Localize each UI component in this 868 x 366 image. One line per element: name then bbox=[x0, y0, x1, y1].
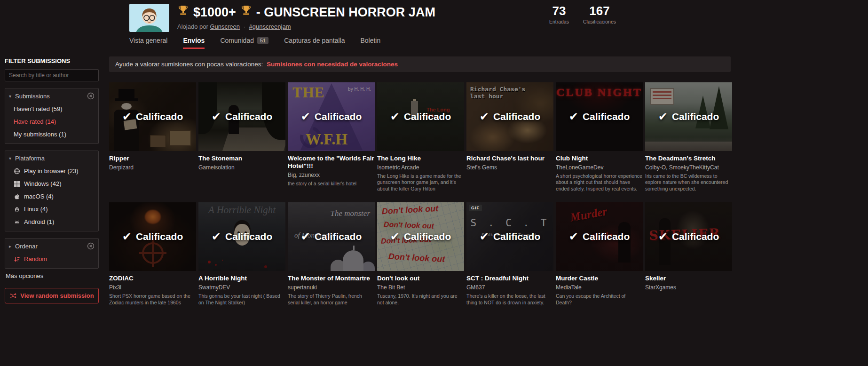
tab-label: Envíos bbox=[183, 37, 205, 44]
search-input[interactable] bbox=[5, 69, 99, 81]
filter-item-my-submissions[interactable]: My submissions (1) bbox=[5, 128, 98, 141]
game-author[interactable]: Derpizard bbox=[109, 164, 196, 171]
game-thumbnail[interactable]: ✔ Calificado bbox=[198, 82, 285, 151]
game-thumbnail[interactable]: ✔ Calificado bbox=[645, 82, 732, 151]
filter-item-macos[interactable]: macOS (4) bbox=[5, 190, 98, 203]
windows-icon bbox=[14, 181, 20, 187]
host-link[interactable]: Gunscreen bbox=[210, 23, 240, 30]
filter-item-android[interactable]: Android (1) bbox=[5, 215, 98, 228]
rated-overlay: ✔ Calificado bbox=[645, 82, 732, 151]
game-title[interactable]: Skelier bbox=[645, 275, 732, 282]
android-icon bbox=[14, 219, 20, 225]
game-description: There's a killer on the loose, the last … bbox=[466, 293, 553, 306]
check-icon: ✔ bbox=[569, 110, 578, 123]
notice-text: Ayude a valorar sumisiones con pocas val… bbox=[115, 61, 263, 68]
game-author[interactable]: SwatmyDEV bbox=[198, 284, 285, 291]
jam-title: $1000+ - GUNSCREEN HORROR JAM bbox=[177, 5, 435, 20]
close-icon[interactable] bbox=[87, 242, 95, 250]
game-title[interactable]: Don't look out bbox=[377, 275, 464, 282]
game-author[interactable]: Big, zzunexx bbox=[288, 172, 375, 178]
close-icon[interactable] bbox=[87, 92, 95, 100]
filter-item-havent-rated[interactable]: Haven't rated (59) bbox=[5, 103, 98, 115]
game-title[interactable]: ZODIAC bbox=[109, 275, 196, 282]
stat-entries: 73 Entradas bbox=[549, 5, 569, 24]
tab-vista-general[interactable]: Vista general bbox=[129, 37, 167, 49]
game-thumbnail[interactable]: ✔ Calificado bbox=[109, 202, 196, 271]
caret-down-icon: ▾ bbox=[9, 94, 11, 99]
game-title[interactable]: Ripper bbox=[109, 155, 196, 162]
game-thumbnail[interactable]: The Long Hike ✔ Calificado bbox=[377, 82, 464, 151]
tab-envios[interactable]: Envíos bbox=[183, 37, 205, 49]
game-title[interactable]: The Stoneman bbox=[198, 155, 285, 162]
check-icon: ✔ bbox=[658, 230, 668, 243]
game-thumbnail[interactable]: Don't look outDon't look outDon't look o… bbox=[377, 202, 464, 271]
sort-item-random[interactable]: Random bbox=[5, 253, 98, 265]
check-icon: ✔ bbox=[390, 110, 400, 123]
game-title[interactable]: SCT : Dreadful Night bbox=[466, 275, 553, 282]
jam-host-avatar[interactable] bbox=[129, 4, 169, 32]
game-title[interactable]: The Monster of Montmartre bbox=[288, 275, 375, 282]
filter-section-sort: ▸ Ordenar Random bbox=[5, 238, 99, 269]
game-thumbnail[interactable]: ✔ Calificado bbox=[109, 82, 196, 151]
game-author[interactable]: StarXgames bbox=[645, 284, 732, 291]
game-author[interactable]: GM637 bbox=[466, 284, 553, 291]
game-title[interactable]: A Horrible Night bbox=[198, 275, 285, 282]
game-author[interactable]: TheLoneGameDev bbox=[556, 164, 643, 171]
check-icon: ✔ bbox=[390, 230, 400, 243]
rated-label: Calificado bbox=[225, 111, 272, 122]
game-title[interactable]: Richard Chase's last hour bbox=[466, 155, 553, 162]
hashtag-link[interactable]: #gunscreenjam bbox=[249, 23, 291, 30]
game-thumbnail[interactable]: S . C . TStalk. Capture. Torment. GIF ✔ … bbox=[466, 202, 553, 271]
tab-capturas[interactable]: Capturas de pantalla bbox=[284, 37, 345, 49]
submissions-needing-ratings-link[interactable]: Sumisiones con necesidad de valoraciones bbox=[267, 61, 398, 68]
check-icon: ✔ bbox=[212, 110, 221, 123]
filter-item-windows[interactable]: Windows (42) bbox=[5, 177, 98, 190]
section-header-sort[interactable]: ▸ Ordenar bbox=[5, 239, 98, 253]
rated-overlay: ✔ Calificado bbox=[109, 202, 196, 271]
game-author[interactable]: supertanuki bbox=[288, 284, 375, 291]
game-thumbnail[interactable]: A Horrible Night ✔ Calificado bbox=[198, 202, 285, 271]
game-title[interactable]: Murder Castle bbox=[556, 275, 643, 282]
tab-boletin[interactable]: Boletin bbox=[360, 37, 380, 49]
game-author[interactable]: Gameisolation bbox=[198, 164, 285, 171]
game-author[interactable]: Isometric Arcade bbox=[377, 164, 464, 171]
submission-card: S . C . TStalk. Capture. Torment. GIF ✔ … bbox=[466, 202, 553, 306]
game-description: The story of Thierry Paulin, french seri… bbox=[288, 293, 375, 306]
jam-prize: $1000+ bbox=[193, 5, 236, 20]
filter-item-linux[interactable]: Linux (4) bbox=[5, 203, 98, 215]
filter-sidebar: FILTER SUBMISSIONS ▾ Submissions Haven't… bbox=[0, 51, 103, 303]
submissions-main: Ayude a valorar sumisiones con pocas val… bbox=[103, 51, 732, 306]
check-icon: ✔ bbox=[480, 230, 489, 243]
game-thumbnail[interactable]: SKELIER ✔ Calificado bbox=[645, 202, 732, 271]
filter-item-have-rated[interactable]: Have rated (14) bbox=[5, 115, 98, 128]
jam-tab-bar: Vista general Envíos Comunidad51 Captura… bbox=[0, 32, 736, 49]
game-author[interactable]: Pix3l bbox=[109, 284, 196, 291]
more-options-link[interactable]: Más opciones bbox=[5, 269, 99, 280]
rated-label: Calificado bbox=[315, 111, 362, 122]
game-title[interactable]: Club Night bbox=[556, 155, 643, 162]
game-thumbnail[interactable]: THEby H. H. H.W.F.H ✔ Calificado bbox=[288, 82, 375, 151]
game-title[interactable]: Welcome to the "Worlds Fair Hotel"!!! bbox=[288, 155, 375, 170]
game-author[interactable]: Stef's Gems bbox=[466, 164, 553, 171]
game-description: Short PSX horror game based on the Zodia… bbox=[109, 293, 196, 306]
rated-label: Calificado bbox=[672, 231, 719, 242]
filter-item-play-in-browser[interactable]: Play in browser (23) bbox=[5, 165, 98, 177]
section-header-platform[interactable]: ▾ Plataforma bbox=[5, 151, 98, 165]
game-author[interactable]: MediaTale bbox=[556, 284, 643, 291]
game-thumbnail[interactable]: CLUB NIGHT ✔ Calificado bbox=[556, 82, 643, 151]
section-header-submissions[interactable]: ▾ Submissions bbox=[5, 88, 98, 103]
rated-overlay: ✔ Calificado bbox=[109, 82, 196, 151]
game-thumbnail[interactable]: MurderCastle ✔ Calificado bbox=[556, 202, 643, 271]
tab-comunidad[interactable]: Comunidad51 bbox=[220, 37, 268, 49]
rated-overlay: ✔ Calificado bbox=[288, 202, 375, 271]
tab-label: Comunidad bbox=[220, 37, 254, 44]
sort-icon bbox=[14, 256, 20, 263]
view-random-submission-button[interactable]: View random submission bbox=[5, 288, 99, 303]
filter-item-label: Have rated (14) bbox=[14, 118, 56, 125]
game-title[interactable]: The Long Hike bbox=[377, 155, 464, 162]
game-title[interactable]: The Deadman's Stretch bbox=[645, 155, 732, 162]
game-author[interactable]: The Bit Bet bbox=[377, 284, 464, 291]
game-author[interactable]: Colby-O, SmoekyTheKittyCat bbox=[645, 164, 732, 171]
game-thumbnail[interactable]: Richard Chase's last hour ✔ Calificado bbox=[466, 82, 553, 151]
game-thumbnail[interactable]: The monsterof Montmartre ✔ Calificado bbox=[288, 202, 375, 271]
